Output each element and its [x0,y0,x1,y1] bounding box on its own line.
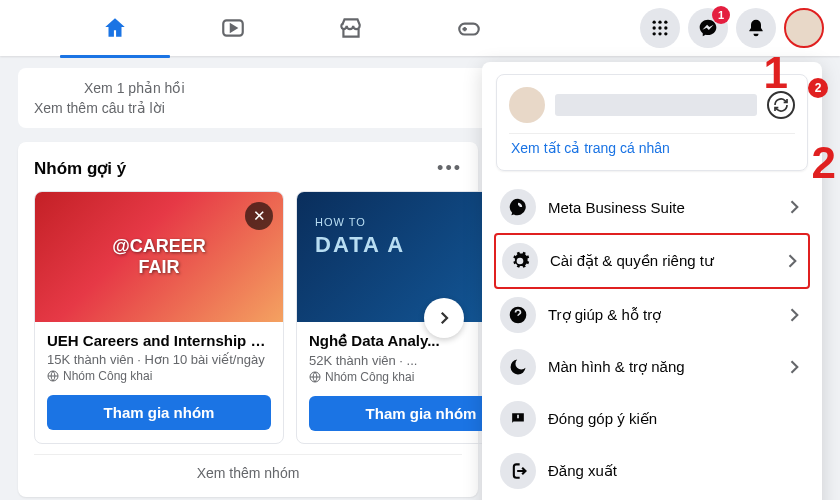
group-type: Nhóm Công khai [47,369,271,383]
messenger-badge: 1 [712,6,730,24]
menu-list: Meta Business Suite Cài đặt & quyền riên… [490,175,814,500]
nav-marketplace-tab[interactable] [296,2,406,54]
svg-point-4 [664,21,667,24]
dismiss-group-button[interactable]: ✕ [245,202,273,230]
home-icon [102,15,128,41]
feedback-icon [508,409,528,429]
group-meta: 15K thành viên · Hơn 10 bài viết/ngày [47,352,271,367]
profile-count-badge: 2 [808,78,828,98]
nav-gaming-tab[interactable] [414,2,524,54]
notifications-button[interactable] [736,8,776,48]
profile-box: Xem tất cả trang cá nhân [496,74,808,171]
bell-icon [746,18,766,38]
account-avatar-button[interactable] [784,8,824,48]
svg-point-5 [653,26,656,29]
refresh-icon [773,97,789,113]
help-icon [508,305,528,325]
svg-point-6 [658,26,661,29]
nav-center [0,2,640,54]
svg-point-8 [653,32,656,35]
top-nav: 1 [0,0,840,56]
chevron-right-icon [784,197,804,217]
gear-icon [510,251,530,271]
svg-point-7 [664,26,667,29]
group-carousel: ✕ UEH Careers and Internship Shares 15K … [34,191,462,444]
chevron-right-icon [784,305,804,325]
svg-point-2 [653,21,656,24]
menu-item-feedback[interactable]: Đóng góp ý kiến [494,393,810,445]
profile-row[interactable] [509,87,795,123]
account-dropdown: Xem tất cả trang cá nhân 2 Meta Business… [482,62,822,500]
nav-watch-tab[interactable] [178,2,288,54]
annotation-2: 2 [812,138,836,188]
profile-avatar [509,87,545,123]
messenger-button[interactable]: 1 [688,8,728,48]
nav-right: 1 [640,8,840,48]
svg-rect-1 [459,24,479,35]
business-icon [508,197,528,217]
menu-grid-button[interactable] [640,8,680,48]
profile-name-redacted [555,94,757,116]
chevron-right-icon [782,251,802,271]
menu-item-business-suite[interactable]: Meta Business Suite [494,181,810,233]
svg-point-10 [664,32,667,35]
suggestions-title: Nhóm gợi ý [34,158,126,179]
see-more-groups-link[interactable]: Xem thêm nhóm [34,454,462,481]
svg-point-9 [658,32,661,35]
menu-item-help-support[interactable]: Trợ giúp & hỗ trợ [494,289,810,341]
gaming-icon [456,15,482,41]
see-all-profiles-link[interactable]: Xem tất cả trang cá nhân [509,133,795,158]
annotation-1: 1 [764,48,788,98]
menu-item-logout[interactable]: Đăng xuất [494,445,810,497]
grid-icon [650,18,670,38]
watch-icon [220,15,246,41]
chevron-right-icon [784,357,804,377]
group-title: UEH Careers and Internship Shares [47,332,271,349]
carousel-next-button[interactable] [424,298,464,338]
menu-item-display-accessibility[interactable]: Màn hình & trợ năng [494,341,810,393]
logout-icon [508,461,528,481]
nav-home-tab[interactable] [60,2,170,54]
marketplace-icon [338,15,364,41]
svg-point-3 [658,21,661,24]
menu-item-settings-privacy[interactable]: Cài đặt & quyền riêng tư [494,233,810,289]
globe-icon [47,370,59,382]
group-card[interactable]: ✕ UEH Careers and Internship Shares 15K … [34,191,284,444]
suggestions-menu-button[interactable]: ••• [437,158,462,179]
moon-icon [508,357,528,377]
group-suggestions-card: Nhóm gợi ý ••• ✕ UEH Careers and Interns… [18,142,478,497]
globe-icon [309,371,321,383]
chevron-right-icon [435,309,453,327]
group-cover-image: ✕ [35,192,283,322]
join-group-button[interactable]: Tham gia nhóm [47,395,271,430]
